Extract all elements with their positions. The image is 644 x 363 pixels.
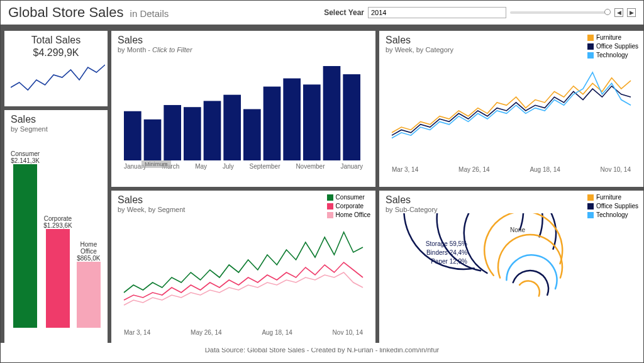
panel-total-sales: Total Sales $4.299,9K [4,31,108,106]
legend-label-office: Office Supplies [596,42,638,51]
year-prev-button[interactable]: ◀ [614,8,623,17]
month-bar-chart[interactable] [118,53,369,160]
svg-rect-2 [164,105,181,160]
legend-swatch-furniture [587,35,594,41]
month-sub-em: Click to Filter [152,46,192,53]
legend-segment: Consumer Corporate Home Office [327,193,370,220]
select-year-label: Select Year [324,8,364,17]
legend-swatch-consumer [327,194,333,201]
svg-text:Storage 59,5%: Storage 59,5% [426,240,467,247]
legend-label-furniture: Furniture [596,33,621,42]
month-sub-pre: by Month - [118,46,152,53]
segment-bar-corporate[interactable]: Corporate$1.293,6K [43,139,72,328]
title-sub: in Details [130,8,169,19]
page-title: Global Store Sales in Details [8,4,169,21]
legend-label-corporate: Corporate [336,202,364,211]
svg-rect-1 [144,120,162,160]
svg-rect-11 [343,74,360,160]
legend-label-consumer: Consumer [336,193,365,202]
subcategory-spiral[interactable]: NoneStorage 59,5%Binders 24,4%Paper 12,9… [386,213,637,339]
legend-swatch-corporate [327,203,333,209]
month-subtitle: by Month - Click to Filter [118,46,369,53]
legend2-label-furniture: Furniture [596,193,621,202]
panel-sales-week-category: Sales by Week, by Category Furniture Off… [379,31,643,187]
total-sparkline [11,59,105,96]
legend-category-2: Furniture Office Supplies Technology [587,193,638,220]
month-title: Sales [118,35,369,46]
segment-bar-consumer[interactable]: Consumer$2.141,3K [11,139,40,328]
legend-category: Furniture Office Supplies Technology [587,33,638,60]
legend2-label-tech: Technology [596,211,628,220]
seg-subtitle: by Segment [11,125,101,133]
year-next-button[interactable]: ▶ [627,8,636,17]
slider-knob-icon[interactable] [604,9,611,15]
svg-rect-8 [283,79,301,160]
svg-rect-0 [124,111,142,160]
year-slider[interactable] [510,11,611,14]
week-segment-chart[interactable] [118,213,369,327]
minimum-badge: Minimum [142,160,171,168]
panel-sales-subcategory: Sales by Sub-Category Furniture Office S… [379,191,643,348]
seg-title: Sales [11,114,101,125]
segment-bars[interactable]: Consumer$2.141,3KCorporate$1.293,6KHome … [11,139,101,328]
svg-rect-6 [243,109,261,160]
svg-rect-10 [323,66,341,160]
legend2-label-office: Office Supplies [596,202,638,211]
legend2-swatch-furniture [587,194,594,201]
svg-rect-4 [204,101,221,160]
svg-rect-3 [184,107,201,160]
legend2-swatch-tech [587,212,594,218]
legend2-swatch-office [587,203,594,209]
svg-text:Paper 12,9%: Paper 12,9% [431,258,467,265]
legend-swatch-office [587,43,594,50]
legend-swatch-home [327,212,333,218]
legend-swatch-tech [587,52,594,59]
dashboard-grid: Total Sales $4.299,9K Sales by Segment C… [1,27,643,340]
year-input[interactable] [368,7,506,18]
panel-sales-by-month[interactable]: Sales by Month - Click to Filter Minimum… [111,31,375,187]
total-title: Total Sales [11,35,101,46]
svg-rect-9 [303,84,321,160]
week-category-chart[interactable] [386,53,637,164]
svg-rect-5 [223,95,241,160]
legend-label-tech: Technology [596,51,628,60]
wcat-axis: Mar 3, 14May 26, 14Aug 18, 14Nov 10, 14 [386,164,637,173]
segment-bar-home-office[interactable]: Home Office$865,0K [76,139,101,328]
panel-sales-week-segment: Sales by Week, by Segment Consumer Corpo… [111,191,375,348]
title-main: Global Store Sales [8,4,123,20]
wseg-axis: Mar 3, 14May 26, 14Aug 18, 14Nov 10, 14 [118,327,369,336]
panel-sales-by-segment: Sales by Segment Consumer$2.141,3KCorpor… [4,110,108,348]
svg-text:None: None [510,226,525,233]
svg-rect-7 [264,87,281,160]
dashboard-header: Global Store Sales in Details Select Yea… [1,1,643,27]
svg-text:Binders 24,4%: Binders 24,4% [426,249,467,256]
legend-label-home: Home Office [336,211,370,220]
total-value: $4.299,9K [11,47,101,59]
